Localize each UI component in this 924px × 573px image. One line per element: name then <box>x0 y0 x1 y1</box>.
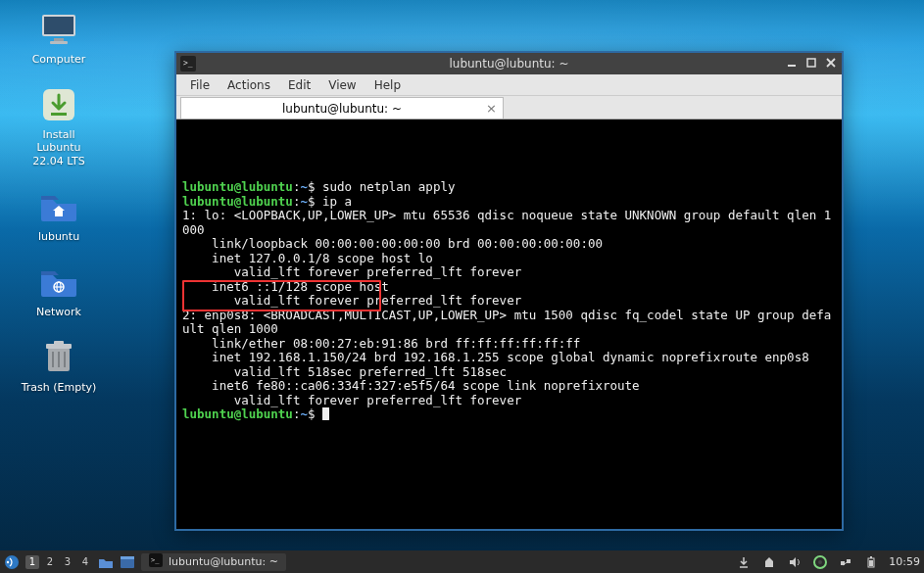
tray-battery-icon[interactable] <box>863 554 879 570</box>
window-titlebar[interactable]: >_ lubuntu@lubuntu: ~ <box>176 53 842 74</box>
svg-rect-34 <box>869 560 873 566</box>
svg-rect-1 <box>44 17 73 34</box>
workspace-4[interactable]: 4 <box>78 555 92 569</box>
tray-disk-icon[interactable] <box>812 554 828 570</box>
tray-updates-icon[interactable] <box>736 554 752 570</box>
window-menubar: File Actions Edit View Help <box>176 74 842 96</box>
workspace-2[interactable]: 2 <box>43 555 57 569</box>
svg-rect-35 <box>870 556 872 558</box>
desktop-icon-label: Trash (Empty) <box>22 381 97 394</box>
folder-network-icon <box>39 263 78 302</box>
terminal-icon: >_ <box>149 553 163 570</box>
taskbar-app-terminal[interactable]: >_ lubuntu@lubuntu: ~ <box>141 553 286 571</box>
svg-rect-3 <box>50 41 68 44</box>
window-close-button[interactable] <box>824 56 838 70</box>
window-minimize-button[interactable] <box>785 56 799 70</box>
desktop-icons: Computer Install Lubuntu 22.04 LTS lubun… <box>20 10 98 394</box>
menu-file[interactable]: File <box>182 76 218 94</box>
terminal-body[interactable]: lubuntu@lubuntu:~$ sudo netplan applylub… <box>176 119 842 529</box>
trash-icon <box>39 338 78 377</box>
desktop-icon-label: Computer <box>32 53 86 66</box>
desktop-icon-install[interactable]: Install Lubuntu 22.04 LTS <box>20 85 98 167</box>
taskbar-app-label: lubuntu@lubuntu: ~ <box>169 555 278 568</box>
workspace-switcher: 1 2 3 4 <box>25 555 92 569</box>
svg-rect-2 <box>54 38 64 41</box>
desktop-icon-label: Install Lubuntu 22.04 LTS <box>20 128 98 167</box>
tab-close-button[interactable]: × <box>486 101 497 116</box>
terminal-icon: >_ <box>180 56 196 72</box>
monitor-icon <box>39 10 78 49</box>
desktop-icon-homedir[interactable]: lubuntu <box>20 187 98 243</box>
app-menu-button[interactable] <box>4 554 20 570</box>
desktop-icon-computer[interactable]: Computer <box>20 10 98 66</box>
svg-rect-5 <box>51 113 67 116</box>
svg-point-29 <box>818 560 822 564</box>
filemanager-launcher[interactable] <box>98 554 114 570</box>
window-tabbar: lubuntu@lubuntu: ~ × <box>176 96 842 119</box>
desktop-icon-network[interactable]: Network <box>20 263 98 318</box>
svg-text:>_: >_ <box>183 59 193 68</box>
desktop-icon-label: Network <box>36 306 81 318</box>
svg-text:>_: >_ <box>151 556 160 564</box>
menu-view[interactable]: View <box>320 76 364 94</box>
workspace-1[interactable]: 1 <box>25 555 39 569</box>
svg-rect-11 <box>54 341 64 345</box>
desktop-icon-trash[interactable]: Trash (Empty) <box>20 338 98 394</box>
window-title: lubuntu@lubuntu: ~ <box>449 57 568 71</box>
install-icon <box>39 85 78 124</box>
tab-label: lubuntu@lubuntu: ~ <box>282 102 402 116</box>
show-desktop-button[interactable] <box>120 554 135 570</box>
workspace-3[interactable]: 3 <box>61 555 74 569</box>
menu-edit[interactable]: Edit <box>280 76 318 94</box>
menu-help[interactable]: Help <box>366 76 409 94</box>
tray-network-icon[interactable] <box>838 554 853 570</box>
terminal-window: >_ lubuntu@lubuntu: ~ File Actions Edit … <box>174 51 844 531</box>
folder-home-icon <box>39 187 78 226</box>
desktop-icon-label: lubuntu <box>38 230 79 243</box>
svg-rect-24 <box>121 556 134 559</box>
svg-rect-18 <box>807 59 815 67</box>
tray-removable-icon[interactable] <box>761 554 777 570</box>
window-maximize-button[interactable] <box>804 56 818 70</box>
taskbar: 1 2 3 4 >_ lubuntu@lubuntu: ~ 10:59 <box>0 550 924 573</box>
tray-volume-icon[interactable] <box>787 554 802 570</box>
tray-clock[interactable]: 10:59 <box>889 555 920 568</box>
svg-point-22 <box>7 560 9 562</box>
menu-actions[interactable]: Actions <box>219 76 278 94</box>
terminal-tab[interactable]: lubuntu@lubuntu: ~ × <box>180 97 504 119</box>
